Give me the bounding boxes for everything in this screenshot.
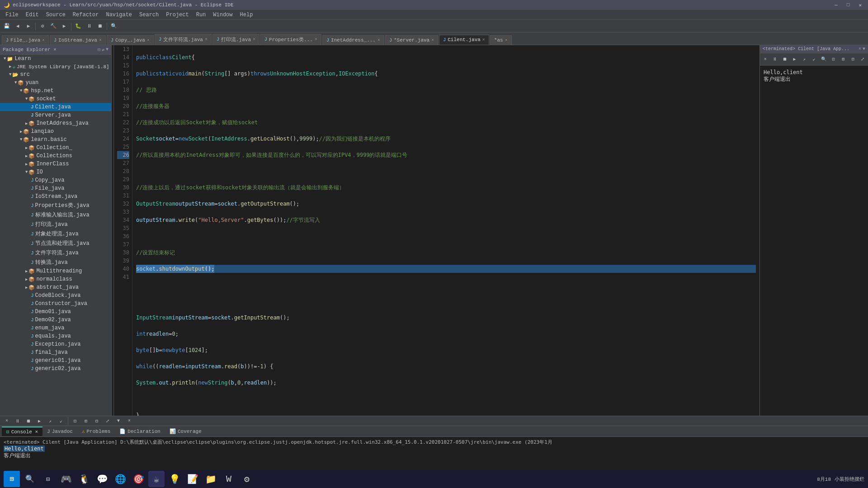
tree-item-equals[interactable]: J equals.java: [0, 332, 111, 340]
bp-btn-5[interactable]: ↗: [45, 416, 55, 426]
tree-item-normalclass[interactable]: ▶ 📦 normalclass: [0, 275, 111, 283]
menu-window[interactable]: Window: [209, 11, 236, 19]
tree-item-generic02[interactable]: J generic02.java: [0, 365, 111, 373]
link-with-editor-btn[interactable]: ⇄: [102, 47, 104, 52]
tab-copy[interactable]: JCopy_.java×: [107, 35, 154, 45]
tab-problems[interactable]: ⚠ Problems: [77, 427, 115, 436]
tree-item-node[interactable]: J 节点流和处理流.java: [0, 239, 111, 248]
tree-item-socket[interactable]: ▼ 📦 socket: [0, 95, 111, 103]
toolbar-btn-2[interactable]: ◀: [13, 21, 23, 31]
bp-btn-1[interactable]: ×: [2, 416, 12, 426]
tab-console[interactable]: ⊡ Console ×: [2, 427, 42, 436]
tab-server[interactable]: J*Server.java×: [385, 35, 438, 45]
tree-item-jre[interactable]: ▶ ☕ JRE System Library [JavaSE-1.8]: [0, 63, 111, 70]
tree-item-server[interactable]: J Server.java: [0, 111, 111, 119]
code-content[interactable]: public class Cilent { public static void…: [132, 45, 760, 416]
tree-item-abstract[interactable]: ▶ 📦 abstract_java: [0, 283, 111, 291]
toolbar-btn-3[interactable]: ▶: [24, 21, 33, 31]
tree-item-convert[interactable]: J 转换流.java: [0, 258, 111, 267]
bp-btn-7[interactable]: ⊡: [70, 416, 80, 426]
tencent-icon[interactable]: 🐧: [76, 471, 92, 487]
tab-coverage[interactable]: 📊 Coverage: [165, 427, 206, 436]
tab-wenjian[interactable]: J文件字符流.java×: [155, 34, 212, 45]
toolbar-btn-6[interactable]: ▶: [59, 21, 69, 31]
epic-icon[interactable]: 🎮: [58, 471, 74, 487]
tree-item-collection[interactable]: ▶ 📦 Collection_: [0, 144, 111, 152]
bp-btn-12[interactable]: ×: [124, 416, 134, 426]
bp-btn-2[interactable]: ⏸: [13, 416, 23, 426]
menu-refactor[interactable]: Refactor: [69, 11, 103, 19]
menu-file[interactable]: File: [2, 11, 22, 19]
tree-item-demo01[interactable]: J Demo01.java: [0, 308, 111, 316]
tree-item-demo02[interactable]: J Demo02.java: [0, 316, 111, 324]
toolbar-btn-9[interactable]: ⏹: [95, 21, 105, 31]
tree-item-iostreamjava[interactable]: J IoStream.java: [0, 192, 111, 201]
idea-icon[interactable]: 💡: [166, 471, 183, 487]
menu-search[interactable]: Search: [136, 11, 162, 19]
bp-btn-6[interactable]: ↙: [56, 416, 66, 426]
tree-item-final[interactable]: J final_java: [0, 348, 111, 357]
tab-as[interactable]: *as×: [490, 35, 512, 45]
tree-item-charjava[interactable]: J 文件字符流.java: [0, 248, 111, 258]
code-editor[interactable]: 1314151617 1819202122 23242526 272829303…: [112, 45, 760, 416]
tree-item-hspnet[interactable]: ▼ 📦 hsp.net: [0, 87, 111, 95]
toolbar-search[interactable]: 🔍: [109, 21, 119, 31]
rp-btn-8[interactable]: ⊡: [829, 54, 838, 64]
rp-btn-9[interactable]: ⊞: [839, 54, 848, 64]
menu-project[interactable]: Project: [162, 11, 192, 19]
tree-item-cilent[interactable]: J Cilent.java: [0, 103, 111, 111]
tab-print[interactable]: J打印流.java×: [212, 34, 259, 45]
tree-item-codeblock[interactable]: J CodeBlock.java: [0, 291, 111, 300]
search-taskbar-btn[interactable]: 🔍: [22, 471, 38, 487]
bp-btn-9[interactable]: ⊟: [92, 416, 102, 426]
minimize-btn[interactable]: —: [832, 2, 840, 8]
rp-btn-2[interactable]: ⏸: [771, 54, 780, 64]
bp-btn-8[interactable]: ⊞: [81, 416, 91, 426]
steam-icon[interactable]: 🎯: [130, 471, 146, 487]
toolbar-btn-5[interactable]: 🔨: [48, 21, 58, 31]
vscode-icon[interactable]: 📝: [184, 471, 201, 487]
toolbar-btn-8[interactable]: ⏸: [84, 21, 94, 31]
tree-item-stdio[interactable]: J 标准输入输出流.java: [0, 210, 111, 220]
tree-item-learn[interactable]: ▼ 📁 Learn: [0, 55, 111, 63]
right-close-btn[interactable]: ×: [859, 47, 861, 52]
collapse-all-btn[interactable]: ⊟: [98, 47, 100, 52]
tree-item-yuan[interactable]: ▼ 📦 yuan: [0, 79, 111, 87]
tree-item-copyjava[interactable]: J Copy_java: [0, 176, 111, 184]
tree-item-inetaddr[interactable]: ▶ 📦 InetAddress_java: [0, 119, 111, 127]
tree-item-prop[interactable]: J Properties类.java: [0, 201, 111, 210]
rp-btn-3[interactable]: ⏹: [780, 54, 789, 64]
right-menu-btn[interactable]: ▼: [863, 47, 865, 52]
tree-item-constructor[interactable]: J Constructor_java: [0, 300, 111, 308]
toolbar-btn-1[interactable]: 💾: [2, 21, 12, 31]
tab-declaration[interactable]: 📄 Declaration: [115, 427, 165, 436]
tree-item-innerclass[interactable]: ▶ 📦 InnerClass: [0, 160, 111, 168]
rp-btn-7[interactable]: 🔍: [819, 54, 828, 64]
menu-edit[interactable]: Edit: [22, 11, 42, 19]
menu-help[interactable]: Help: [236, 11, 257, 19]
bp-btn-11[interactable]: ▼: [113, 416, 123, 426]
tab-javadoc[interactable]: J Javadoc: [42, 427, 77, 436]
wechat-icon[interactable]: 💬: [94, 471, 110, 487]
bp-btn-10[interactable]: ⤢: [103, 416, 113, 426]
rp-btn-1[interactable]: ×: [761, 54, 770, 64]
chrome-icon[interactable]: 🌐: [112, 471, 128, 487]
start-btn[interactable]: ⊞: [4, 471, 20, 487]
view-menu-btn[interactable]: ▼: [106, 47, 108, 52]
eclipse-icon[interactable]: ☕: [148, 471, 165, 487]
maximize-btn[interactable]: □: [844, 2, 853, 8]
tab-file-java[interactable]: JFile_.java×: [2, 35, 49, 45]
folder-icon-taskbar[interactable]: 📁: [203, 471, 219, 487]
tree-item-lanqiao[interactable]: ▶ 📦 lanqiao: [0, 127, 111, 136]
rp-btn-10[interactable]: ⊟: [849, 54, 858, 64]
rp-btn-11[interactable]: ⤢: [858, 54, 867, 64]
taskview-btn[interactable]: ⊟: [40, 471, 56, 487]
tab-inetaddress[interactable]: JInetAddress_...×: [322, 35, 384, 45]
rp-btn-5[interactable]: ↗: [800, 54, 809, 64]
tree-item-filejava[interactable]: J File_java: [0, 184, 111, 192]
tree-item-learnbasic[interactable]: ▼ 📦 learn.basic: [0, 136, 111, 144]
bp-btn-4[interactable]: ▶: [34, 416, 44, 426]
tree-item-src[interactable]: ▼ 📂 src: [0, 70, 111, 79]
menu-run[interactable]: Run: [193, 11, 210, 19]
tree-item-multithread[interactable]: ▶ 📦 Multithreading: [0, 267, 111, 275]
